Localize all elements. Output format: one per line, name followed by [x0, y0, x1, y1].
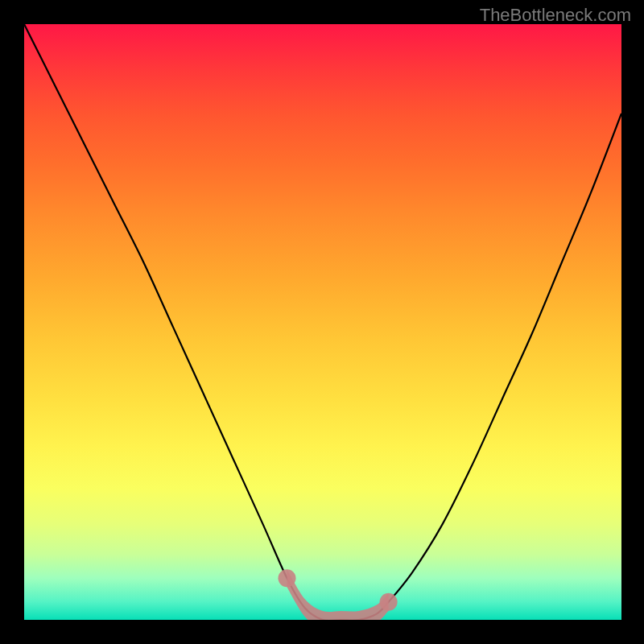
optimal-range-endcap [278, 569, 295, 587]
watermark-text: TheBottleneck.com [480, 5, 631, 26]
curve-layer [24, 24, 621, 620]
optimal-range-endcap [380, 593, 398, 611]
chart-container: TheBottleneck.com [0, 0, 644, 644]
optimal-range-highlight [287, 569, 388, 620]
bottleneck-curve [24, 24, 621, 620]
plot-area [24, 24, 621, 620]
